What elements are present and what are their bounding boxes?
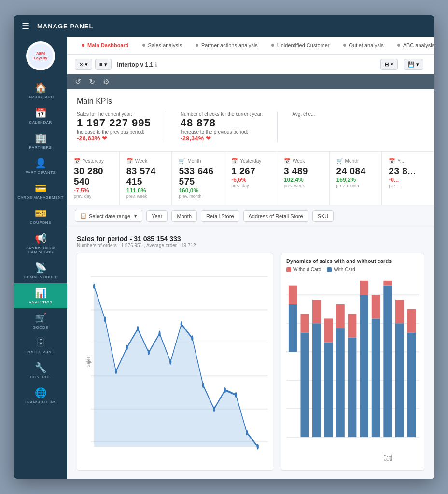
- sidebar-item-participants[interactable]: 👤 PARTICIPANTS: [14, 153, 67, 178]
- sidebar-item-calendar[interactable]: 📅 CALENDAR: [14, 103, 67, 128]
- tab-sales-analysis[interactable]: Sales analysis: [136, 37, 189, 55]
- logo-text: ABMLoyalty: [34, 51, 47, 60]
- tab-dot: [271, 44, 274, 47]
- month-filter[interactable]: Month: [171, 210, 197, 222]
- sidebar-item-processing[interactable]: 🗄 PROCESSING: [14, 333, 67, 358]
- tab-outlet-analysis[interactable]: Outlet analysis: [336, 37, 391, 55]
- period-value: 30 280 540: [74, 166, 112, 187]
- svg-rect-38: [348, 338, 357, 437]
- period-card-month-checks: 🛒 Month 24 084 169,2% prev. month: [330, 152, 382, 205]
- legend-with-card: With Card: [327, 267, 355, 272]
- sidebar-item-partners[interactable]: 🏢 PARTNERS: [14, 128, 67, 153]
- sidebar-item-label: CARDS MANAGEMENT: [17, 195, 64, 200]
- sidebar-item-comm[interactable]: 📡 COMM. MODULE: [14, 258, 67, 283]
- svg-point-21: [257, 444, 259, 450]
- kpi-section-title: Main KPIs: [77, 97, 424, 106]
- date-range-btn[interactable]: 📋 Select date range ▾: [75, 210, 142, 222]
- sidebar-item-analytics[interactable]: 📊 ANALYTICS: [14, 283, 67, 308]
- calendar-icon-filter: 📋: [80, 213, 87, 219]
- svg-point-19: [235, 392, 237, 398]
- chart-legend: Without Card With Card: [286, 267, 419, 272]
- period-cards: 📅 Yesterday 30 280 540 -7,5% prev. day 📅…: [67, 151, 434, 205]
- svg-text:Card: Card: [384, 454, 392, 463]
- year-filter[interactable]: Year: [146, 210, 168, 222]
- period-change: 169,2%: [336, 177, 375, 183]
- tab-dot: [142, 44, 145, 47]
- sku-filter[interactable]: SKU: [312, 210, 334, 222]
- svg-rect-31: [300, 314, 309, 333]
- list-btn[interactable]: ≡ ▾: [95, 59, 111, 70]
- period-sublabel: prev. week: [284, 183, 322, 188]
- svg-point-17: [213, 406, 215, 412]
- control-icon: 🔧: [35, 362, 47, 373]
- globe-btn[interactable]: ⊙ ▾: [75, 59, 92, 70]
- charts-header: Sales for period - 31 085 154 333 Number…: [77, 235, 424, 248]
- svg-rect-44: [383, 286, 392, 437]
- settings-btn[interactable]: ⚙: [103, 77, 110, 86]
- kpi-checks-change: -29,34% ❤: [181, 135, 263, 142]
- undo-btn[interactable]: ↺: [75, 77, 81, 86]
- version-label: Intertop v 1.1: [117, 61, 154, 68]
- toolbar-right: ⊞ ▾ 💾 ▾: [380, 59, 426, 70]
- period-card-yesterday-sales: 📅 Yesterday 30 280 540 -7,5% prev. day: [67, 152, 120, 205]
- cal-icon: 📅: [74, 158, 81, 164]
- sidebar-item-control[interactable]: 🔧 CONTROL: [14, 358, 67, 383]
- save-btn[interactable]: 💾 ▾: [404, 59, 423, 70]
- period-card-yesterday-checks: 📅 Yesterday 1 267 -6,6% prev. day: [224, 152, 277, 205]
- filter-bar: 📋 Select date range ▾ Year Month Retail …: [67, 205, 434, 227]
- comm-icon: 📡: [35, 262, 47, 274]
- period-change: 111,0%: [126, 187, 165, 194]
- sidebar-item-label: TRANSLATIONS: [25, 400, 57, 404]
- sidebar-item-cards[interactable]: 💳 CARDS MANAGEMENT: [14, 178, 67, 204]
- svg-point-8: [115, 369, 117, 374]
- tab-label: Partner actions analysis: [201, 42, 258, 48]
- processing-icon: 🗄: [36, 337, 45, 348]
- heart-icon-2: ❤: [206, 135, 211, 142]
- kpi-avg-label: Avg. che...: [292, 111, 315, 117]
- top-bar: ☰ MANAGE PANEL: [14, 15, 434, 37]
- period-sublabel: prev. week: [126, 194, 165, 199]
- cal-icon: 📅: [231, 158, 238, 164]
- tab-main-dashboard[interactable]: Main Dashboard: [75, 37, 136, 55]
- period-value: 24 084: [336, 166, 375, 177]
- svg-point-10: [137, 326, 139, 332]
- logo: ABMLoyalty: [26, 41, 55, 70]
- translations-icon: 🌐: [35, 387, 47, 398]
- sidebar-item-dashboard[interactable]: 🏠 DASHBOARD: [14, 78, 67, 103]
- period-value: 1 267: [231, 166, 270, 177]
- sidebar-item-goods[interactable]: 🛒 GOODS: [14, 308, 67, 333]
- bar-chart: Dynamics of sales with and without cards…: [281, 253, 424, 471]
- sidebar-item-coupons[interactable]: 🎫 COUPONS: [14, 204, 67, 229]
- sidebar: ABMLoyalty 🏠 DASHBOARD 📅 CALENDAR 🏢 PART…: [14, 37, 67, 479]
- period-value: 23 8...: [389, 166, 427, 177]
- sidebar-item-label: COMM. MODULE: [24, 275, 57, 279]
- tab-partner-actions[interactable]: Partner actions analysis: [189, 37, 265, 55]
- tab-abc-analysis[interactable]: ABC analysis: [391, 37, 434, 55]
- tab-label: ABC analysis: [403, 42, 434, 48]
- sidebar-item-translations[interactable]: 🌐 TRANSLATIONS: [14, 383, 67, 408]
- kpi-row: Sales for the current year: 1 197 227 99…: [77, 111, 424, 142]
- period-sublabel: prev. month: [336, 183, 375, 188]
- action-bar: ↺ ↻ ⚙: [67, 74, 434, 89]
- screen-btn[interactable]: ⊞ ▾: [380, 59, 398, 70]
- heart-icon: ❤: [102, 135, 107, 142]
- redo-btn[interactable]: ↻: [89, 77, 95, 86]
- legend-dot-with: [327, 267, 332, 272]
- dynamics-chart-title: Dynamics of sales with and without cards: [286, 258, 419, 264]
- svg-point-6: [93, 284, 95, 289]
- retail-store-filter[interactable]: Retail Store: [201, 210, 239, 222]
- tab-dot: [343, 44, 346, 47]
- tab-unidentified-customer[interactable]: Unidentified Customer: [265, 37, 336, 55]
- legend-label-without: Without Card: [293, 267, 321, 272]
- cal-icon: 📅: [389, 158, 395, 164]
- toolbar: ⊙ ▾ ≡ ▾ Intertop v 1.1 ℹ ⊞ ▾ 💾 ▾: [67, 55, 434, 74]
- hamburger-icon[interactable]: ☰: [22, 21, 29, 31]
- svg-point-13: [169, 359, 171, 365]
- svg-point-11: [148, 350, 150, 356]
- sidebar-item-advertising[interactable]: 📢 ADVERTISING CAMPAIGNS: [14, 229, 67, 258]
- address-filter[interactable]: Address of Retail Store: [243, 210, 308, 222]
- svg-rect-28: [289, 304, 297, 352]
- cal-icon: 📅: [126, 158, 133, 164]
- svg-rect-41: [360, 281, 368, 295]
- sidebar-item-label: ADVERTISING CAMPAIGNS: [16, 246, 65, 254]
